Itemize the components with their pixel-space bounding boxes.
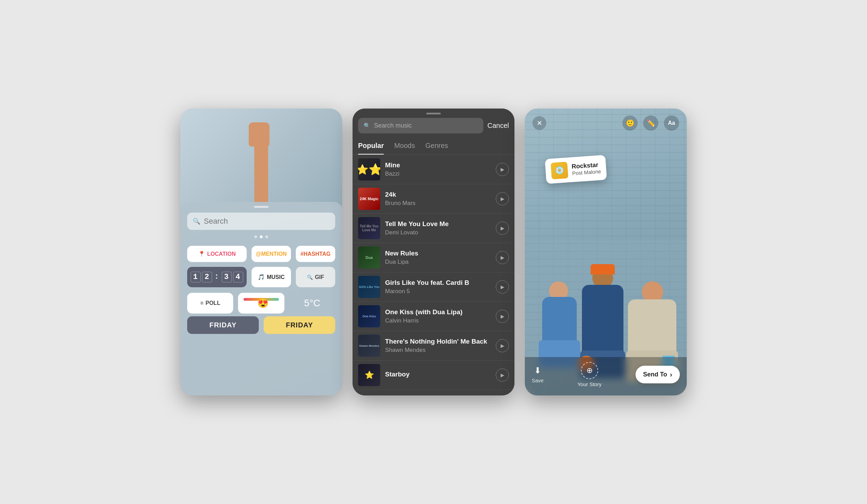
music-search-inner: 🔍 Search music Cancel Popular Moods Genr… (353, 109, 514, 395)
sticker-music[interactable]: 🎵 MUSIC (252, 267, 291, 287)
sticker-grid-row2: ≡ POLL 😍 5°C (187, 293, 335, 314)
play-button[interactable]: ▶ (496, 163, 509, 176)
mention-label: @MENTION (256, 251, 286, 257)
temp-label: 5°C (304, 298, 320, 309)
album-art-newrules: Dua (358, 246, 380, 269)
track-artist: Bruno Mars (385, 200, 491, 207)
track-starboy[interactable]: ⭐ Starboy ▶ (353, 361, 514, 390)
track-title: One Kiss (with Dua Lipa) (385, 308, 491, 316)
track-info: 24k Bruno Mars (385, 191, 491, 207)
sticker-icon: 🙂 (626, 119, 635, 127)
track-title: There's Nothing Holdin' Me Back (385, 338, 491, 345)
track-title: 24k (385, 191, 491, 198)
album-art-starboy: ⭐ (358, 364, 380, 386)
play-button[interactable]: ▶ (496, 310, 509, 323)
story-editor-inner: ✕ 🙂 ✏️ Aa 💿 (525, 109, 687, 395)
drag-handle[interactable] (254, 206, 268, 208)
track-artist: Maroon 5 (385, 288, 491, 295)
track-girls[interactable]: Girls Like You Girls Like You feat. Card… (353, 272, 514, 302)
album-art-girls: Girls Like You (358, 276, 380, 298)
music-label: MUSIC (267, 274, 285, 280)
sticker-location[interactable]: 📍 LOCATION (187, 246, 247, 262)
search-row: 🔍 Search music Cancel (353, 118, 514, 138)
play-button[interactable]: ▶ (496, 251, 509, 264)
friday-sticker-dark[interactable]: FRIDAY (187, 316, 259, 334)
search-placeholder: Search (204, 217, 228, 226)
track-artist: Dua Lipa (385, 259, 491, 265)
track-mine[interactable]: ⭐ Mine Bazzi ▶ (353, 155, 514, 184)
story-top-bar: ✕ 🙂 ✏️ Aa (525, 115, 687, 131)
your-story-label: Your Story (577, 381, 602, 387)
track-tellme[interactable]: Tell Me You Love Me Tell Me You Love Me … (353, 214, 514, 243)
play-button[interactable]: ▶ (496, 222, 509, 235)
sticker-hashtag[interactable]: #HASHTAG (296, 246, 335, 262)
track-holdin[interactable]: Shawn Mendes There's Nothing Holdin' Me … (353, 331, 514, 361)
track-title: New Rules (385, 250, 491, 257)
panel-sticker-picker: 🔍 Search 📍 LOCATION @MENTION #HASHTA (180, 109, 342, 395)
track-title: Girls Like You feat. Cardi B (385, 279, 491, 287)
play-button[interactable]: ▶ (496, 339, 509, 352)
track-title: Starboy (385, 371, 491, 378)
sticker-slider[interactable]: 😍 (238, 293, 284, 314)
track-info: Starboy (385, 371, 491, 380)
save-label: Save (532, 377, 544, 383)
drag-handle[interactable] (426, 113, 441, 114)
track-artist: Demi Lovato (385, 229, 491, 236)
story-bottom-bar: ⬇ Save ⊕ Your Story Send To › (525, 357, 687, 395)
track-onekiss[interactable]: One Kiss One Kiss (with Dua Lipa) Calvin… (353, 302, 514, 331)
tab-popular[interactable]: Popular (358, 138, 384, 155)
play-button[interactable]: ▶ (496, 368, 509, 382)
album-art-24k: 24K Magic (358, 188, 380, 210)
send-to-button[interactable]: Send To › (636, 366, 680, 383)
poll-label: POLL (206, 300, 220, 306)
sticker-gif[interactable]: 🔍 GIF (296, 267, 335, 287)
countdown-label: 1 2 : 3 4 (191, 272, 243, 282)
music-search-input[interactable]: 🔍 Search music (358, 118, 483, 133)
screenshots-container: 🔍 Search 📍 LOCATION @MENTION #HASHTA (173, 102, 694, 402)
panel-music-search: 🔍 Search music Cancel Popular Moods Genr… (353, 109, 514, 395)
sticker-countdown[interactable]: 1 2 : 3 4 (187, 267, 247, 287)
bottom-stickers: FRIDAY FRIDAY (187, 316, 335, 334)
send-arrow-icon: › (670, 371, 672, 379)
track-24k[interactable]: 24K Magic 24k Bruno Mars ▶ (353, 184, 514, 214)
friday-sticker-light[interactable]: FRIDAY (264, 316, 335, 334)
slider-track-container: 😍 (244, 298, 279, 308)
panel-story-editor: ✕ 🙂 ✏️ Aa 💿 (525, 109, 687, 395)
search-bar[interactable]: 🔍 Search (187, 213, 335, 230)
track-newrules[interactable]: Dua New Rules Dua Lipa ▶ (353, 243, 514, 272)
draw-button[interactable]: ✏️ (643, 115, 658, 131)
track-artist: Bazzi (385, 170, 491, 177)
tab-moods[interactable]: Moods (394, 138, 415, 155)
text-button[interactable]: Aa (664, 115, 679, 131)
sticker-temperature[interactable]: 5°C (289, 293, 335, 314)
your-story-control[interactable]: ⊕ Your Story (577, 362, 602, 387)
album-art-holdin: Shawn Mendes (358, 335, 380, 357)
save-control[interactable]: ⬇ Save (532, 366, 544, 383)
search-icon: 🔍 (193, 217, 200, 225)
sticker-poll[interactable]: ≡ POLL (187, 293, 233, 314)
close-button[interactable]: ✕ (532, 116, 546, 130)
story-circle: ⊕ (581, 362, 598, 379)
dot-1 (254, 235, 257, 238)
tab-genres[interactable]: Genres (425, 138, 448, 155)
play-button[interactable]: ▶ (496, 280, 509, 293)
person-1 (535, 281, 580, 368)
track-info: Mine Bazzi (385, 161, 491, 177)
track-info: One Kiss (with Dua Lipa) Calvin Harris (385, 308, 491, 324)
music-sticker[interactable]: 💿 Rockstar Post Malone (545, 155, 607, 184)
sticker-mention[interactable]: @MENTION (252, 246, 291, 262)
album-art-mine: ⭐ (358, 158, 380, 180)
sticker-button[interactable]: 🙂 (622, 115, 638, 131)
music-sticker-info: Rockstar Post Malone (572, 161, 601, 176)
play-button[interactable]: ▶ (496, 192, 509, 205)
vinyl-icon: 💿 (555, 166, 565, 175)
background-image (180, 109, 342, 205)
sticker-grid: 📍 LOCATION @MENTION #HASHTAG 1 2 : 3 4 (187, 246, 335, 287)
track-info: Girls Like You feat. Cardi B Maroon 5 (385, 279, 491, 295)
track-artist: Calvin Harris (385, 317, 491, 324)
gif-label: GIF (315, 274, 324, 280)
cancel-button[interactable]: Cancel (487, 122, 509, 130)
track-info: New Rules Dua Lipa (385, 250, 491, 265)
slider-emoji: 😍 (257, 298, 268, 309)
search-placeholder: Search music (374, 122, 412, 129)
